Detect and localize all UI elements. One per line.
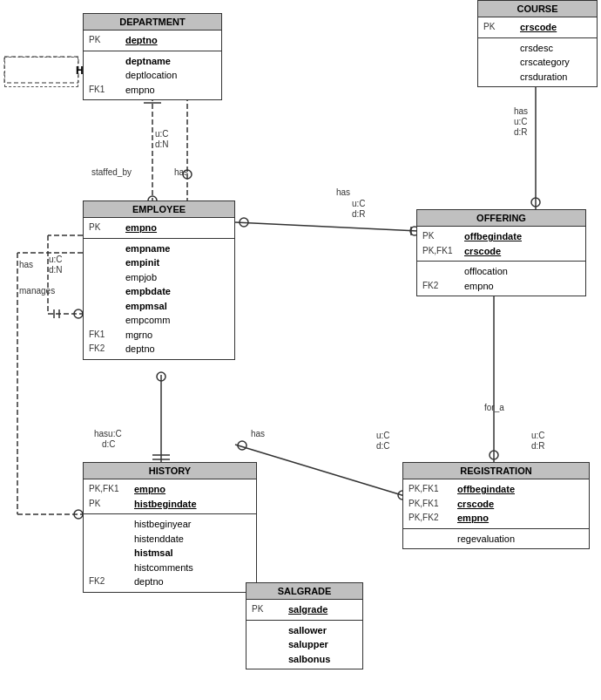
- label-uc-dept: u:C: [155, 129, 169, 139]
- diagram-container: DEPARTMENT PK deptno deptname deptlocati…: [0, 0, 601, 700]
- label-has-course: has: [514, 106, 528, 116]
- emp-pk-field: empno: [125, 221, 157, 235]
- hist-histmsal: histmsal: [134, 546, 173, 561]
- registration-pk-section: PK,FK1 offbegindate PK,FK1 crscode PK,FK…: [403, 479, 589, 529]
- dept-attr-row3: FK1 empno: [89, 83, 216, 98]
- label-d-c: d:C: [102, 439, 116, 449]
- salgrade-title: SALGRADE: [278, 586, 332, 596]
- sal-salgrade: salgrade: [288, 602, 328, 617]
- history-attr-section: histbeginyear histenddate histmsal histc…: [84, 514, 256, 592]
- dept-pk-field: deptno: [125, 33, 158, 48]
- department-header: DEPARTMENT: [84, 14, 221, 31]
- label-uc-reg1: u:C: [376, 431, 390, 440]
- department-entity: DEPARTMENT PK deptno deptname deptlocati…: [83, 13, 222, 100]
- history-title: HISTORY: [149, 466, 191, 476]
- dept-attr-row2: deptlocation: [89, 68, 216, 83]
- salgrade-pk-section: PK salgrade: [246, 600, 362, 621]
- emp-empinit: empinit: [125, 255, 159, 270]
- label-dr-course: d:R: [514, 127, 528, 137]
- salgrade-attr-section: sallower salupper salbonus: [246, 621, 362, 669]
- course-title: COURSE: [517, 3, 557, 14]
- dashed-box: [4, 57, 78, 87]
- label-uc-manages: u:C: [49, 255, 63, 264]
- course-crscategory: crscategory: [520, 55, 570, 70]
- employee-pk-section: PK empno: [84, 218, 234, 239]
- offering-header: OFFERING: [417, 210, 585, 227]
- off-offbegindate: offbegindate: [464, 229, 522, 244]
- course-pk-section: PK crscode: [478, 17, 597, 38]
- course-crsduration: crsduration: [520, 70, 567, 85]
- svg-line-31: [235, 445, 408, 497]
- sal-sallower: sallower: [288, 623, 327, 638]
- off-crscode: crscode: [464, 244, 501, 259]
- hist-histcomments: histcomments: [134, 561, 193, 575]
- reg-offbegindate: offbegindate: [457, 482, 515, 497]
- svg-point-28: [490, 451, 498, 459]
- svg-line-20: [235, 222, 418, 231]
- emp-empmsal: empmsal: [125, 299, 167, 314]
- registration-title: REGISTRATION: [460, 466, 531, 476]
- svg-point-11: [74, 309, 83, 318]
- history-header: HISTORY: [84, 463, 256, 479]
- label-uc-offering: u:C: [352, 199, 366, 208]
- offering-attr-section: offlocation FK2 empno: [417, 262, 585, 296]
- department-title: DEPARTMENT: [119, 17, 186, 27]
- registration-entity: REGISTRATION PK,FK1 offbegindate PK,FK1 …: [402, 462, 590, 549]
- dept-deptlocation: deptlocation: [125, 68, 177, 83]
- reg-regevaluation: regevaluation: [457, 532, 515, 547]
- offering-pk-section: PK offbegindate PK,FK1 crscode: [417, 227, 585, 262]
- label-manages: manages: [19, 286, 55, 296]
- label-dr-offering: d:R: [352, 209, 366, 219]
- svg-point-15: [74, 510, 83, 519]
- employee-entity: EMPLOYEE PK empno empname empinit empjob: [83, 200, 235, 360]
- sal-salbonus: salbonus: [288, 652, 330, 667]
- label-has-offering: has: [336, 187, 350, 197]
- department-pk-row: PK deptno: [89, 33, 216, 48]
- salgrade-entity: SALGRADE PK salgrade sallower salupper s…: [246, 582, 363, 669]
- emp-empname: empname: [125, 241, 170, 256]
- label-has-left: has: [19, 260, 33, 269]
- label-dn-manages: d:N: [49, 265, 63, 275]
- employee-pk-row: PK empno: [89, 221, 229, 235]
- label-staffed-by: staffed_by: [91, 167, 132, 177]
- sal-salupper: salupper: [288, 637, 328, 652]
- hist-empno: empno: [134, 482, 165, 497]
- course-entity: COURSE PK crscode crsdesc crscategory cr…: [477, 0, 598, 87]
- registration-attr-section: regevaluation: [403, 529, 589, 549]
- employee-title: EMPLOYEE: [132, 204, 186, 214]
- off-offlocation: offlocation: [464, 264, 508, 279]
- hist-histbegindate: histbegindate: [134, 497, 197, 512]
- label-uc-reg2: u:C: [531, 431, 545, 440]
- emp-empbdate: empbdate: [125, 284, 171, 299]
- employee-header: EMPLOYEE: [84, 201, 234, 218]
- dept-deptname: deptname: [125, 54, 171, 69]
- label-dc-reg1: d:C: [376, 441, 390, 451]
- dept-attr-row1: deptname: [89, 54, 216, 69]
- course-attr-section: crsdesc crscategory crsduration: [478, 38, 597, 87]
- dept-empno: empno: [125, 83, 155, 98]
- offering-entity: OFFERING PK offbegindate PK,FK1 crscode …: [416, 209, 586, 296]
- svg-point-21: [240, 218, 248, 227]
- emp-empcomm: empcomm: [125, 313, 170, 328]
- employee-attr-section: empname empinit empjob empbdate empmsal …: [84, 239, 234, 359]
- course-header: COURSE: [478, 1, 597, 17]
- emp-mgrno: mgrno: [125, 328, 152, 343]
- emp-deptno: deptno: [125, 342, 155, 357]
- history-pk-section: PK,FK1 empno PK histbegindate: [84, 479, 256, 514]
- emp-empjob: empjob: [125, 270, 157, 285]
- dept-pk-label: PK: [89, 33, 122, 46]
- label-hasu-c: hasu:C: [94, 429, 122, 438]
- label-dr-reg2: d:R: [531, 441, 545, 451]
- history-entity: HISTORY PK,FK1 empno PK histbegindate hi…: [83, 462, 257, 593]
- reg-crscode: crscode: [457, 497, 494, 512]
- svg-point-19: [157, 372, 165, 381]
- hist-histenddate: histenddate: [134, 532, 184, 547]
- label-uc-course: u:C: [514, 117, 528, 126]
- hist-histbeginyear: histbeginyear: [134, 517, 191, 532]
- label-has-hist: has: [251, 429, 265, 438]
- registration-header: REGISTRATION: [403, 463, 589, 479]
- reg-empno: empno: [457, 511, 489, 526]
- offering-title: OFFERING: [476, 213, 526, 223]
- label-for-a: for_a: [484, 403, 504, 412]
- course-crscode: crscode: [520, 20, 557, 35]
